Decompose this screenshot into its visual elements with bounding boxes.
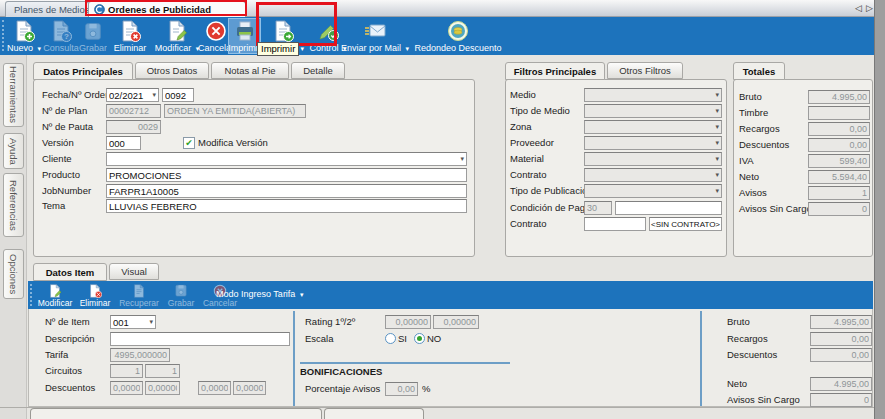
tab-detalle[interactable]: Detalle bbox=[291, 62, 345, 79]
escala-no-label: NO bbox=[427, 332, 441, 346]
tab-filtros-principales[interactable]: Filtros Principales bbox=[505, 62, 605, 80]
tab-notas-al-pie[interactable]: Notas al Pie bbox=[211, 62, 289, 79]
descripcion-input[interactable] bbox=[110, 332, 290, 346]
edit-icon bbox=[166, 20, 188, 42]
item-save-button: Grabar bbox=[164, 282, 198, 308]
contrato-filtro-select[interactable]: ▾ bbox=[584, 168, 722, 182]
print-button[interactable]: Imprimir bbox=[229, 19, 260, 53]
dropdown-arrow-icon: ▾ bbox=[715, 155, 719, 163]
item-descuentos-total: 0,00 bbox=[810, 348, 872, 362]
tab-ordenes-de-publicidad[interactable]: Ordenes de Publicidad bbox=[88, 1, 246, 17]
material-label: Material bbox=[510, 152, 544, 166]
escala-si-radio[interactable] bbox=[385, 333, 396, 344]
item-toolbar: Modificar Eliminar Recuperar Grabar Canc… bbox=[28, 281, 873, 309]
print-icon bbox=[234, 20, 256, 42]
zona-select[interactable]: ▾ bbox=[584, 120, 722, 134]
zona-label: Zona bbox=[510, 120, 532, 134]
avisos-sin-cargo-label: Avisos Sin Cargo bbox=[739, 202, 812, 216]
send-mail-button[interactable]: Enviar por Mail ▾ bbox=[338, 19, 412, 53]
modify-button[interactable]: Modificar ▾ bbox=[152, 19, 202, 53]
rating-input-1: 0,00000 bbox=[385, 315, 431, 329]
modo-ingreso-tarifa-button[interactable]: Modo Ingreso Tarifa ▾ bbox=[216, 289, 303, 299]
tema-input[interactable]: LLUVIAS FEBRERO bbox=[106, 199, 467, 213]
item-modify-button[interactable]: Modificar bbox=[34, 282, 76, 308]
porcentaje-avisos-input: 0,00 bbox=[385, 382, 418, 396]
numero-orden-input[interactable]: 0092 bbox=[162, 88, 194, 102]
numero-item-label: Nº de Item bbox=[45, 315, 90, 329]
app-window: { "icons": {"dropdown_arrow": "▾", "nav_… bbox=[0, 0, 885, 419]
condicion-pago-desc-input[interactable] bbox=[615, 201, 722, 215]
tipo-medio-select[interactable]: ▾ bbox=[584, 104, 722, 118]
delete-icon bbox=[119, 20, 141, 42]
nav-right-icon[interactable]: ▷ bbox=[866, 3, 873, 13]
bonificaciones-title: BONIFICACIONES bbox=[300, 366, 382, 377]
avisos-total: 1 bbox=[808, 186, 870, 200]
tarifa-label: Tarifa bbox=[45, 348, 68, 362]
tab-planes-de-medios[interactable]: Planes de Medios bbox=[5, 1, 89, 17]
delete-button[interactable]: Eliminar bbox=[108, 19, 152, 53]
item-bruto-label: Bruto bbox=[727, 315, 750, 329]
pauta-label: Nº de Pauta bbox=[42, 120, 93, 134]
tab-otros-filtros[interactable]: Otros Filtros bbox=[607, 62, 683, 79]
numero-item-select[interactable]: 001▾ bbox=[110, 315, 156, 329]
version-input[interactable]: 000 bbox=[106, 136, 141, 150]
plan-status-input: ORDEN YA EMITIDA(ABIERTA) bbox=[164, 104, 306, 118]
rating-input-2: 0,00000 bbox=[433, 315, 479, 329]
porcentaje-avisos-label: Porcentaje Avisos bbox=[305, 382, 380, 396]
divider bbox=[300, 362, 510, 364]
condicion-pago-input: 30 bbox=[584, 201, 612, 215]
divider bbox=[700, 311, 702, 406]
sidebar-tab-referencias[interactable]: Referencias bbox=[3, 173, 24, 237]
neto-label: Neto bbox=[739, 170, 759, 184]
nav-left-icon[interactable]: ◁ bbox=[855, 3, 862, 13]
button-label: Control bbox=[309, 43, 338, 53]
medio-select[interactable]: ▾ bbox=[584, 88, 722, 102]
escala-no-radio[interactable] bbox=[414, 333, 425, 344]
rounding-discount-button[interactable]: Redondeo Descuento bbox=[413, 19, 503, 53]
divider bbox=[293, 311, 295, 406]
recover-icon bbox=[132, 284, 146, 298]
sidebar-tab-opciones[interactable]: Opciones bbox=[3, 249, 24, 299]
item-descuentos-label: Descuentos bbox=[727, 348, 777, 362]
tipo-publicacion-select[interactable]: ▾ bbox=[584, 184, 722, 198]
producto-input[interactable]: PROMOCIONES bbox=[106, 168, 467, 182]
tab-visual[interactable]: Visual bbox=[109, 263, 159, 280]
cliente-select[interactable]: ▾ bbox=[106, 152, 467, 166]
descuentos-label: Descuentos bbox=[739, 138, 789, 152]
right-scrollbar[interactable] bbox=[874, 0, 885, 419]
timbre-label: Timbre bbox=[739, 106, 768, 120]
sidebar-tab-ayuda[interactable]: Ayuda bbox=[3, 133, 24, 169]
item-bruto-total: 4.995,00 bbox=[810, 315, 872, 329]
bottom-partial-tab-2[interactable] bbox=[324, 408, 424, 419]
tab-label: Planes de Medios bbox=[14, 4, 89, 15]
export-icon bbox=[272, 20, 294, 42]
descuento-input-4: 0,000000 bbox=[233, 381, 266, 395]
button-label: Modo Ingreso Tarifa bbox=[216, 289, 295, 299]
modifica-version-checkbox[interactable]: ✔ bbox=[183, 137, 195, 149]
tab-otros-datos[interactable]: Otros Datos bbox=[135, 62, 209, 79]
jobnumber-input[interactable]: FARPR1A10005 bbox=[106, 184, 467, 198]
mail-icon bbox=[363, 20, 387, 42]
fecha-orden-select[interactable]: 02/2021▾ bbox=[106, 88, 159, 102]
item-neto-label: Neto bbox=[727, 377, 747, 391]
sidebar-tab-herramientas[interactable]: Herramientas bbox=[3, 63, 24, 127]
left-sidebar: Herramientas Ayuda Referencias Opciones bbox=[0, 55, 27, 419]
control-icon bbox=[317, 20, 339, 42]
descripcion-label: Descripción bbox=[45, 332, 95, 346]
tab-datos-principales[interactable]: Datos Principales bbox=[33, 62, 133, 80]
material-select[interactable]: ▾ bbox=[584, 152, 722, 166]
toolbar-grip[interactable] bbox=[30, 284, 32, 306]
plan-input: 00002712 bbox=[106, 104, 161, 118]
query-icon: ? bbox=[50, 20, 72, 42]
new-button[interactable]: Nuevo ▾ bbox=[4, 19, 44, 53]
dropdown-arrow-icon: ▾ bbox=[715, 139, 719, 147]
item-avisos-sin-cargo-total: 0 bbox=[810, 393, 872, 407]
dropdown-arrow-icon: ▾ bbox=[300, 291, 304, 298]
bottom-partial-tab-1[interactable] bbox=[30, 408, 322, 419]
condicion-pago-label: Condición de Pago bbox=[510, 201, 590, 215]
tab-datos-item[interactable]: Datos Item bbox=[33, 263, 107, 281]
item-delete-button[interactable]: Eliminar bbox=[76, 282, 114, 308]
descuentos-item-label: Descuentos bbox=[45, 381, 95, 395]
proveedor-select[interactable]: ▾ bbox=[584, 136, 722, 150]
contrato-input[interactable] bbox=[584, 217, 646, 231]
